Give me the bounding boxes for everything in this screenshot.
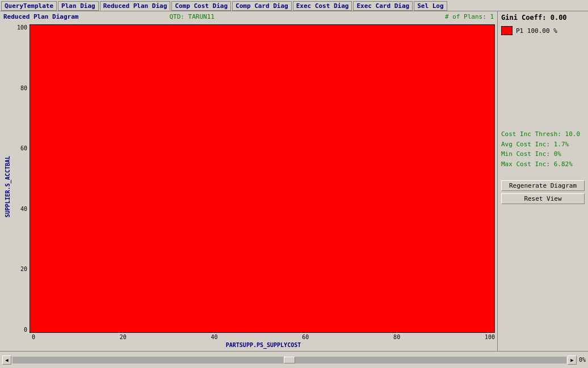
y-tick-100: 100: [17, 24, 27, 31]
tab-comp-cost-diag[interactable]: Comp Cost Diag: [171, 1, 231, 11]
header-row: Reduced Plan Diagram QTD: TARUN11 # of P…: [0, 11, 497, 22]
bottom-bar: ◀ ▶ 0%: [0, 351, 588, 368]
plot-box[interactable]: [30, 24, 495, 333]
x-tick-20: 20: [120, 334, 127, 340]
tab-reduced-plan-diag[interactable]: Reduced Plan Diag: [100, 1, 171, 11]
right-panel: Gini Coeff: 0.00 P1 100.00 % Cost Inc Th…: [497, 11, 588, 351]
y-tick-40: 40: [20, 206, 27, 212]
regenerate-diagram-button[interactable]: Regenerate Diagram: [501, 180, 585, 191]
min-cost-inc: Min Cost Inc: 0%: [501, 149, 585, 159]
y-tick-labels: 020406080100: [12, 24, 30, 333]
tab-plan-diag[interactable]: Plan Diag: [58, 1, 99, 11]
x-tick-40: 40: [211, 334, 218, 340]
diagram-title: Reduced Plan Diagram: [3, 13, 78, 20]
x-axis-label: PARTSUPP.PS_SUPPLYCOST: [226, 342, 301, 348]
x-tick-100: 100: [485, 334, 495, 340]
y-tick-20: 20: [20, 266, 27, 272]
buttons-block: Regenerate Diagram Reset View: [501, 180, 585, 204]
y-axis-label-container: SUPPLIER.S_ACCTBAL: [2, 24, 12, 349]
scroll-thumb[interactable]: [284, 357, 295, 363]
tab-exec-cost-diag[interactable]: Exec Cost Diag: [293, 1, 352, 11]
scroll-track[interactable]: [12, 357, 566, 363]
y-tick-0: 0: [24, 327, 27, 333]
red-fill: [30, 25, 494, 332]
reset-view-button[interactable]: Reset View: [501, 193, 585, 204]
chart-plot-area: 020406080100: [12, 24, 495, 333]
x-tick-80: 80: [393, 334, 400, 340]
tab-sel-log[interactable]: Sel Log: [414, 1, 447, 11]
qtd-label: QTD: TARUN11: [169, 13, 214, 20]
x-tick-0: 0: [32, 334, 35, 340]
x-tick-row: 020406080100: [32, 333, 495, 340]
plans-label: # of Plans: 1: [445, 13, 494, 20]
tab-comp-card-diag[interactable]: Comp Card Diag: [232, 1, 292, 11]
scroll-pct: 0%: [579, 357, 586, 363]
scroll-right-button[interactable]: ▶: [568, 356, 577, 365]
tab-exec-card-diag[interactable]: Exec Card Diag: [353, 1, 413, 11]
y-axis-label: SUPPLIER.S_ACCTBAL: [5, 156, 11, 217]
max-cost-inc: Max Cost Inc: 6.82%: [501, 159, 585, 170]
avg-cost-inc: Avg Cost Inc: 1.7%: [501, 139, 585, 150]
tab-query-template[interactable]: QueryTemplate: [1, 1, 57, 11]
main-content: Reduced Plan Diagram QTD: TARUN11 # of P…: [0, 11, 588, 351]
x-tick-60: 60: [302, 334, 309, 340]
legend-row: P1 100.00 %: [501, 26, 585, 35]
cost-inc-thresh: Cost Inc Thresh: 10.0: [501, 129, 585, 139]
tab-bar: QueryTemplatePlan DiagReduced Plan DiagC…: [0, 0, 588, 11]
left-panel: Reduced Plan Diagram QTD: TARUN11 # of P…: [0, 11, 497, 351]
legend-color-box: [501, 26, 513, 35]
stats-block: Cost Inc Thresh: 10.0 Avg Cost Inc: 1.7%…: [501, 129, 585, 169]
chart-container: SUPPLIER.S_ACCTBAL 020406080100 02040608…: [0, 22, 497, 351]
chart-inner: 020406080100 020406080100 PARTSUPP.PS_SU…: [12, 24, 495, 349]
x-axis-label-row: PARTSUPP.PS_SUPPLYCOST: [32, 340, 495, 349]
gini-coeff: Gini Coeff: 0.00: [501, 14, 585, 22]
scroll-left-button[interactable]: ◀: [2, 356, 11, 365]
y-tick-60: 60: [20, 145, 27, 151]
y-tick-80: 80: [20, 85, 27, 91]
legend-label: P1 100.00 %: [516, 27, 557, 35]
